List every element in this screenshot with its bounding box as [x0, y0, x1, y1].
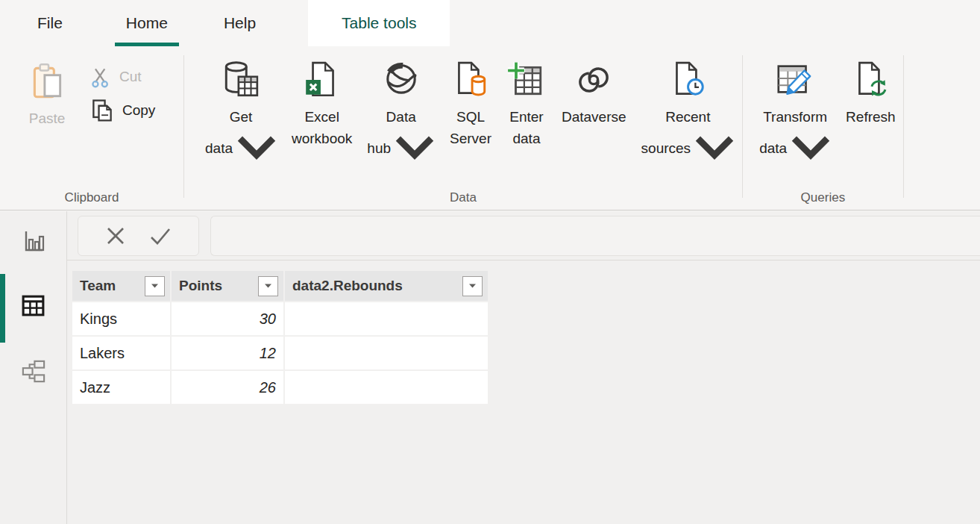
group-divider: [903, 55, 904, 198]
dataverse-icon: [574, 60, 614, 100]
model-diagram-icon: [19, 358, 47, 385]
get-data-label-2: data: [205, 137, 233, 159]
content-area: Team Points data2.Rebounds: [0, 211, 980, 524]
enter-data-button[interactable]: Enter data: [499, 57, 554, 150]
transform-data-label-1: Transform: [763, 106, 827, 128]
excel-file-icon: [302, 60, 342, 100]
data-view-button[interactable]: [0, 277, 66, 334]
refresh-label: Refresh: [846, 106, 896, 128]
tab-table-tools-label: Table tools: [342, 14, 416, 32]
data-hub-icon: [381, 60, 421, 100]
ribbon-group-data: Get data Excel workbook: [184, 46, 742, 210]
scissors-icon: [89, 66, 112, 88]
tab-file-label: File: [37, 14, 63, 32]
get-data-label-1: Get: [230, 106, 253, 128]
tab-file[interactable]: File: [31, 0, 69, 46]
ribbon-group-queries: Transform data Refresh: [743, 46, 903, 210]
enter-data-label-1: Enter: [509, 106, 543, 128]
column-header-points[interactable]: Points: [172, 271, 283, 301]
column-header-team-label: Team: [80, 278, 116, 294]
table-header-row: Team Points data2.Rebounds: [72, 271, 980, 301]
data-grid-canvas: Team Points data2.Rebounds: [67, 261, 980, 524]
table-row: Kings 30: [72, 302, 980, 335]
formula-action-group: [78, 216, 199, 256]
paste-button[interactable]: Paste: [19, 58, 75, 129]
data-table: Team Points data2.Rebounds: [72, 271, 980, 404]
cell-rebounds[interactable]: [285, 371, 488, 404]
sql-server-button[interactable]: SQL Server: [442, 57, 499, 150]
model-view-button[interactable]: [0, 343, 66, 399]
cut-copy-stack: Cut Copy: [82, 58, 163, 127]
cell-team[interactable]: Lakers: [72, 337, 170, 369]
tab-home[interactable]: Home: [115, 0, 179, 46]
bar-chart-icon: [20, 228, 47, 255]
excel-workbook-button[interactable]: Excel workbook: [284, 57, 359, 150]
cell-rebounds[interactable]: [285, 337, 488, 369]
main-pane: Team Points data2.Rebounds: [67, 211, 980, 524]
data-hub-button[interactable]: Data hub: [359, 57, 442, 168]
chevron-down-icon: [395, 128, 435, 168]
ribbon-group-clipboard: Paste Cut: [0, 46, 183, 210]
cell-points[interactable]: 30: [172, 302, 283, 335]
tab-help-label: Help: [224, 14, 256, 32]
filter-triangle-icon: [151, 284, 158, 288]
ribbon: Paste Cut: [0, 46, 980, 210]
transform-data-label-2: data: [759, 137, 787, 159]
refresh-button[interactable]: Refresh: [838, 57, 903, 128]
table-row: Jazz 26: [72, 371, 980, 404]
paste-icon: [27, 61, 67, 102]
chevron-down-icon: [694, 128, 735, 168]
powerbi-window: File Home Help Table tools Paste: [0, 0, 980, 524]
paste-label: Paste: [29, 107, 66, 129]
column-header-rebounds-label: data2.Rebounds: [292, 278, 403, 294]
cell-rebounds[interactable]: [285, 302, 488, 335]
chevron-down-icon: [236, 128, 277, 168]
data-group-label: Data: [184, 190, 742, 205]
report-view-button[interactable]: [0, 213, 66, 269]
dataverse-button[interactable]: Dataverse: [554, 57, 634, 128]
sql-server-label-1: SQL: [456, 106, 485, 128]
cancel-formula-button[interactable]: [104, 225, 127, 247]
sql-server-icon: [450, 60, 491, 100]
copy-button[interactable]: Copy: [82, 93, 163, 127]
enter-data-label-2: data: [512, 128, 540, 149]
file-refresh-icon: [850, 60, 891, 100]
clipboard-group-label: Clipboard: [0, 190, 183, 205]
excel-workbook-label-2: workbook: [292, 128, 352, 149]
table-plus-icon: [506, 60, 547, 100]
formula-bar: [67, 211, 980, 261]
data-hub-label-1: Data: [386, 106, 416, 128]
sql-server-label-2: Server: [450, 128, 491, 149]
tab-help[interactable]: Help: [218, 0, 262, 46]
team-filter-dropdown[interactable]: [145, 276, 165, 296]
database-table-icon: [221, 60, 261, 100]
rebounds-filter-dropdown[interactable]: [462, 276, 483, 296]
transform-data-button[interactable]: Transform data: [752, 57, 838, 168]
active-view-indicator: [0, 274, 5, 343]
get-data-button[interactable]: Get data: [198, 57, 284, 168]
file-clock-icon: [668, 60, 708, 100]
cell-team[interactable]: Jazz: [72, 371, 170, 404]
column-header-rebounds[interactable]: data2.Rebounds: [285, 271, 488, 301]
cut-button[interactable]: Cut: [82, 60, 163, 93]
chevron-down-icon: [791, 128, 831, 168]
copy-icon: [89, 98, 115, 123]
filter-triangle-icon: [265, 284, 271, 288]
queries-group-label: Queries: [743, 190, 903, 205]
data-hub-label-2: hub: [367, 137, 391, 159]
cell-points[interactable]: 12: [172, 337, 283, 369]
ribbon-tab-bar: File Home Help Table tools: [0, 0, 980, 46]
recent-sources-button[interactable]: Recent sources: [634, 57, 743, 168]
tab-table-tools[interactable]: Table tools: [308, 0, 450, 46]
table-row: Lakers 12: [72, 337, 980, 369]
points-filter-dropdown[interactable]: [258, 276, 278, 296]
column-header-team[interactable]: Team: [72, 271, 170, 301]
recent-sources-label-1: Recent: [665, 106, 710, 128]
cell-points[interactable]: 26: [172, 371, 283, 404]
table-pencil-icon: [775, 60, 815, 100]
cut-label: Cut: [119, 69, 142, 85]
commit-formula-button[interactable]: [148, 225, 173, 247]
column-header-points-label: Points: [179, 278, 222, 294]
formula-input[interactable]: [210, 216, 980, 256]
cell-team[interactable]: Kings: [72, 302, 170, 335]
